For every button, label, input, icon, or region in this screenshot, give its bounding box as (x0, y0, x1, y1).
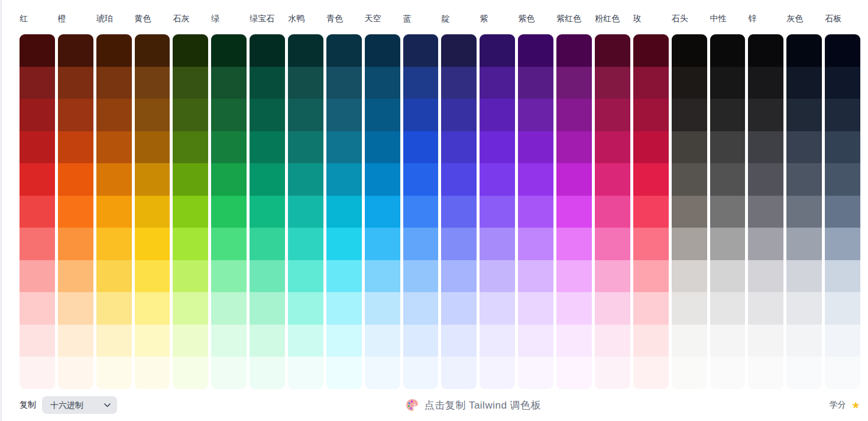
swatch-pink-600[interactable] (595, 163, 630, 196)
swatch-lime-50[interactable] (173, 357, 208, 389)
swatch-zinc-500[interactable] (748, 196, 783, 228)
swatch-blue-600[interactable] (403, 163, 439, 196)
swatch-lime-400[interactable] (173, 228, 208, 260)
swatch-teal-300[interactable] (288, 260, 323, 293)
swatch-emerald-100[interactable] (250, 325, 285, 357)
swatch-lime-500[interactable] (173, 196, 208, 228)
swatch-emerald-800[interactable] (250, 99, 285, 131)
swatch-amber-200[interactable] (96, 292, 132, 325)
swatch-cyan-300[interactable] (326, 260, 362, 293)
swatch-cyan-100[interactable] (326, 325, 362, 357)
swatch-green-700[interactable] (211, 131, 247, 164)
swatch-slate-200[interactable] (825, 292, 860, 325)
swatch-gray-50[interactable] (786, 357, 822, 389)
swatch-purple-100[interactable] (518, 325, 553, 357)
swatch-teal-950[interactable] (288, 34, 323, 67)
swatch-pink-700[interactable] (595, 131, 630, 164)
swatch-slate-950[interactable] (825, 34, 860, 67)
swatch-orange-300[interactable] (58, 260, 93, 293)
swatch-gray-400[interactable] (786, 228, 822, 260)
swatch-rose-500[interactable] (633, 196, 669, 228)
swatch-green-200[interactable] (211, 292, 247, 325)
swatch-fuchsia-700[interactable] (556, 131, 592, 164)
swatch-cyan-50[interactable] (326, 357, 362, 389)
swatch-blue-50[interactable] (403, 357, 439, 389)
swatch-violet-700[interactable] (480, 131, 515, 164)
swatch-orange-600[interactable] (58, 163, 93, 196)
swatch-neutral-700[interactable] (710, 131, 746, 164)
swatch-indigo-400[interactable] (441, 228, 477, 260)
swatch-slate-400[interactable] (825, 228, 860, 260)
swatch-zinc-900[interactable] (748, 67, 783, 99)
swatch-slate-900[interactable] (825, 67, 860, 99)
swatch-sky-400[interactable] (365, 228, 400, 260)
swatch-green-600[interactable] (211, 163, 247, 196)
swatch-red-50[interactable] (20, 357, 55, 389)
swatch-slate-600[interactable] (825, 163, 860, 196)
swatch-cyan-400[interactable] (326, 228, 362, 260)
swatch-orange-900[interactable] (58, 67, 93, 99)
swatch-zinc-200[interactable] (748, 292, 783, 325)
swatch-indigo-100[interactable] (441, 325, 477, 357)
swatch-pink-900[interactable] (595, 67, 630, 99)
swatch-yellow-100[interactable] (135, 325, 170, 357)
swatch-sky-50[interactable] (365, 357, 400, 389)
swatch-orange-700[interactable] (58, 131, 93, 164)
swatch-red-700[interactable] (20, 131, 55, 164)
swatch-sky-500[interactable] (365, 196, 400, 228)
swatch-slate-50[interactable] (825, 357, 860, 389)
swatch-stone-700[interactable] (672, 131, 707, 164)
swatch-violet-300[interactable] (480, 260, 515, 293)
swatch-fuchsia-600[interactable] (556, 163, 592, 196)
swatch-violet-600[interactable] (480, 163, 515, 196)
swatch-sky-600[interactable] (365, 163, 400, 196)
swatch-fuchsia-50[interactable] (556, 357, 592, 389)
swatch-emerald-400[interactable] (250, 228, 285, 260)
swatch-gray-200[interactable] (786, 292, 822, 325)
swatch-teal-50[interactable] (288, 357, 323, 389)
swatch-rose-600[interactable] (633, 163, 669, 196)
swatch-amber-950[interactable] (96, 34, 132, 67)
swatch-sky-700[interactable] (365, 131, 400, 164)
swatch-orange-200[interactable] (58, 292, 93, 325)
swatch-stone-900[interactable] (672, 67, 707, 99)
swatch-pink-100[interactable] (595, 325, 630, 357)
swatch-sky-300[interactable] (365, 260, 400, 293)
swatch-orange-50[interactable] (58, 357, 93, 389)
swatch-neutral-100[interactable] (710, 325, 746, 357)
swatch-green-950[interactable] (211, 34, 247, 67)
swatch-neutral-800[interactable] (710, 99, 746, 131)
swatch-stone-800[interactable] (672, 99, 707, 131)
swatch-rose-700[interactable] (633, 131, 669, 164)
swatch-slate-300[interactable] (825, 260, 860, 293)
swatch-gray-800[interactable] (786, 99, 822, 131)
swatch-yellow-800[interactable] (135, 99, 170, 131)
swatch-indigo-900[interactable] (441, 67, 477, 99)
swatch-orange-100[interactable] (58, 325, 93, 357)
swatch-green-50[interactable] (211, 357, 247, 389)
swatch-cyan-700[interactable] (326, 131, 362, 164)
swatch-amber-100[interactable] (96, 325, 132, 357)
copy-format-select[interactable]: 十六进制 (42, 396, 117, 414)
swatch-neutral-900[interactable] (710, 67, 746, 99)
swatch-gray-100[interactable] (786, 325, 822, 357)
swatch-slate-100[interactable] (825, 325, 860, 357)
swatch-slate-800[interactable] (825, 99, 860, 131)
swatch-pink-800[interactable] (595, 99, 630, 131)
swatch-green-800[interactable] (211, 99, 247, 131)
swatch-rose-950[interactable] (633, 34, 669, 67)
swatch-red-900[interactable] (20, 67, 55, 99)
swatch-rose-800[interactable] (633, 99, 669, 131)
swatch-neutral-950[interactable] (710, 34, 746, 67)
swatch-red-200[interactable] (20, 292, 55, 325)
swatch-sky-950[interactable] (365, 34, 400, 67)
swatch-rose-900[interactable] (633, 67, 669, 99)
swatch-green-400[interactable] (211, 228, 247, 260)
swatch-orange-500[interactable] (58, 196, 93, 228)
swatch-stone-400[interactable] (672, 228, 707, 260)
swatch-emerald-600[interactable] (250, 163, 285, 196)
swatch-fuchsia-900[interactable] (556, 67, 592, 99)
swatch-purple-300[interactable] (518, 260, 553, 293)
credits-link[interactable]: 学分 ★ (830, 400, 860, 410)
swatch-blue-900[interactable] (403, 67, 439, 99)
